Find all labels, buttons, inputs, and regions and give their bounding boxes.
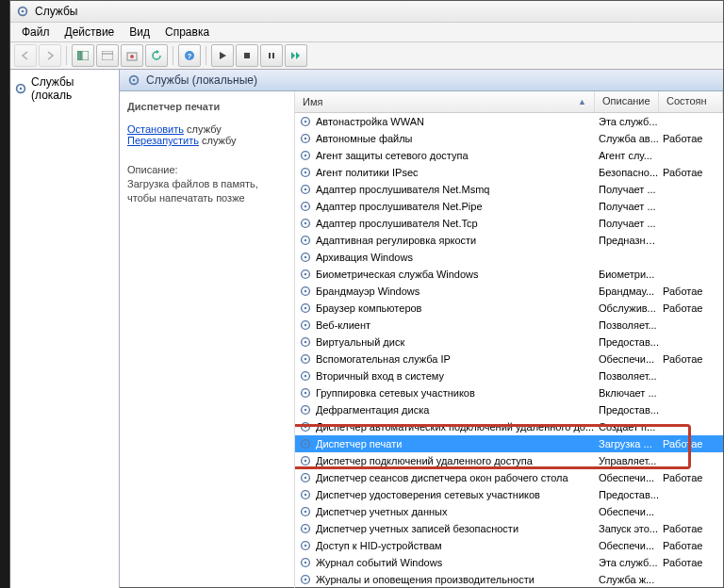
service-row[interactable]: Автономные файлыСлужба ав...Работае: [295, 130, 723, 147]
service-name-cell: Диспетчер удостоверения сетевых участник…: [295, 488, 595, 501]
svg-text:?: ?: [188, 52, 192, 60]
svg-rect-2: [77, 51, 81, 60]
service-desc-cell: Предназна...: [595, 235, 659, 246]
service-row[interactable]: Вторичный вход в системуПозволяет...: [295, 368, 723, 384]
service-row[interactable]: Агент защиты сетевого доступаАгент слу..…: [295, 147, 723, 164]
service-state-cell: Работае: [659, 302, 723, 314]
service-desc-cell: Запуск это...: [595, 523, 659, 534]
menu-action[interactable]: Действие: [58, 24, 123, 41]
service-name-cell: Диспетчер подключений удаленного доступа: [295, 454, 595, 467]
column-name[interactable]: Имя ▲: [295, 91, 595, 112]
svg-rect-4: [102, 51, 113, 60]
service-row[interactable]: Биометрическая служба WindowsБиометри...: [295, 266, 723, 283]
service-name-cell: Автономные файлы: [295, 132, 595, 145]
service-desc-cell: Загрузка ...: [595, 438, 659, 449]
help-button[interactable]: ?: [178, 44, 201, 67]
service-state-cell: Работае: [659, 286, 723, 297]
menu-file[interactable]: Файл: [14, 24, 58, 41]
service-row[interactable]: Виртуальный дискПредостав...: [295, 334, 723, 351]
svg-point-16: [133, 79, 136, 82]
service-row[interactable]: Адаптер прослушивателя Net.MsmqПолучает …: [295, 181, 723, 198]
pause-button[interactable]: [260, 44, 283, 67]
forward-button[interactable]: [39, 44, 61, 67]
service-state-cell: Работае: [659, 540, 723, 551]
restart-suffix: службу: [199, 135, 237, 146]
svg-point-50: [304, 392, 306, 394]
svg-rect-12: [272, 53, 274, 58]
service-name-cell: Адаптер прослушивателя Net.Tcp: [295, 217, 595, 230]
stop-service-line: Остановить службу: [127, 123, 287, 135]
column-description[interactable]: Описание: [595, 91, 659, 112]
service-row[interactable]: Веб-клиентПозволяет...: [295, 317, 723, 334]
service-row[interactable]: Диспетчер удостоверения сетевых участник…: [295, 486, 723, 503]
description-text: Загрузка файлов в память, чтобы напечата…: [127, 177, 287, 205]
column-state[interactable]: Состоян: [659, 91, 723, 112]
service-name-cell: Диспетчер сеансов диспетчера окон рабоче…: [295, 471, 595, 484]
svg-point-72: [304, 579, 306, 580]
properties-button[interactable]: [96, 44, 119, 67]
service-row[interactable]: Группировка сетевых участниковВключает .…: [295, 384, 723, 401]
toolbar-separator: [66, 46, 67, 65]
service-row[interactable]: Диспетчер печатиЗагрузка ...Работае: [295, 435, 723, 452]
service-row[interactable]: Адаптер прослушивателя Net.PipeПолучает …: [295, 198, 723, 215]
service-row[interactable]: Брандмауэр WindowsБрандмау...Работае: [295, 283, 723, 300]
service-row[interactable]: Диспетчер сеансов диспетчера окон рабоче…: [295, 469, 723, 486]
list-body[interactable]: Автонастройка WWANЭта служб...Автономные…: [295, 113, 723, 588]
service-desc-cell: Обеспечи...: [595, 472, 659, 483]
service-row[interactable]: Архивация Windows: [295, 249, 723, 266]
service-row[interactable]: Агент политики IPsecБезопасно...Работае: [295, 164, 723, 181]
service-row[interactable]: Журналы и оповещения производительностиС…: [295, 571, 723, 588]
service-desc-cell: Служба ж...: [595, 574, 659, 585]
title-bar[interactable]: Службы: [10, 1, 723, 23]
toolbar-separator: [173, 46, 173, 65]
stop-link[interactable]: Остановить: [127, 123, 184, 135]
body: Службы (локаль Службы (локальные) Диспет…: [10, 70, 723, 588]
service-row[interactable]: Диспетчер учетных данныхОбеспечи...: [295, 503, 723, 520]
service-name-cell: Адаптер прослушивателя Net.Msmq: [295, 183, 595, 196]
svg-point-7: [130, 55, 134, 58]
svg-point-70: [304, 562, 306, 564]
toolbar-separator: [206, 46, 206, 65]
service-row[interactable]: Адаптивная регулировка яркостиПредназна.…: [295, 232, 723, 249]
back-button[interactable]: [14, 44, 37, 67]
stop-button[interactable]: [236, 44, 258, 67]
service-desc-cell: Эта служб...: [595, 557, 659, 568]
svg-point-64: [304, 511, 306, 513]
service-row[interactable]: Журнал событий WindowsЭта служб...Работа…: [295, 554, 723, 571]
show-hide-tree-button[interactable]: [72, 44, 94, 67]
restart-link[interactable]: Перезапустить: [127, 135, 199, 146]
service-desc-cell: Безопасно...: [595, 167, 659, 178]
service-row[interactable]: Адаптер прослушивателя Net.TcpПолучает .…: [295, 215, 723, 232]
export-button[interactable]: [121, 44, 143, 67]
service-name-cell: Биометрическая служба Windows: [295, 268, 595, 281]
stop-suffix: службу: [184, 123, 222, 135]
restart-button[interactable]: [285, 44, 307, 67]
refresh-button[interactable]: [145, 44, 168, 67]
service-row[interactable]: Дефрагментация дискаПредостав...: [295, 401, 723, 418]
svg-rect-3: [82, 51, 89, 60]
service-state-cell: Работае: [659, 133, 723, 144]
service-desc-cell: Предостав...: [595, 404, 659, 416]
service-name-cell: Вспомогательная служба IP: [295, 352, 595, 366]
menu-view[interactable]: Вид: [122, 24, 157, 41]
service-row[interactable]: Браузер компьютеровОбслужив...Работае: [295, 300, 723, 317]
column-headers: Имя ▲ Описание Состоян: [295, 91, 723, 113]
tree-pane[interactable]: Службы (локаль: [10, 70, 120, 588]
service-row[interactable]: Вспомогательная служба IPОбеспечи...Рабо…: [295, 351, 723, 368]
tree-root[interactable]: Службы (локаль: [12, 74, 117, 104]
service-row[interactable]: Доступ к HID-устройствамОбеспечи...Работ…: [295, 537, 723, 554]
svg-point-30: [304, 222, 306, 224]
service-row[interactable]: Диспетчер учетных записей безопасностиЗа…: [295, 520, 723, 537]
menu-help[interactable]: Справка: [157, 24, 217, 41]
service-name-cell: Браузер компьютеров: [295, 302, 595, 315]
start-button[interactable]: [211, 44, 234, 67]
service-state-cell: Работае: [659, 523, 723, 534]
svg-point-46: [304, 358, 306, 360]
svg-point-38: [304, 290, 306, 292]
service-row[interactable]: Автонастройка WWANЭта служб...: [295, 113, 723, 130]
window-title: Службы: [35, 5, 77, 18]
svg-point-26: [304, 188, 306, 190]
service-row[interactable]: Диспетчер автоматических подключений уда…: [295, 418, 723, 435]
svg-point-48: [304, 375, 306, 377]
service-row[interactable]: Диспетчер подключений удаленного доступа…: [295, 452, 723, 469]
